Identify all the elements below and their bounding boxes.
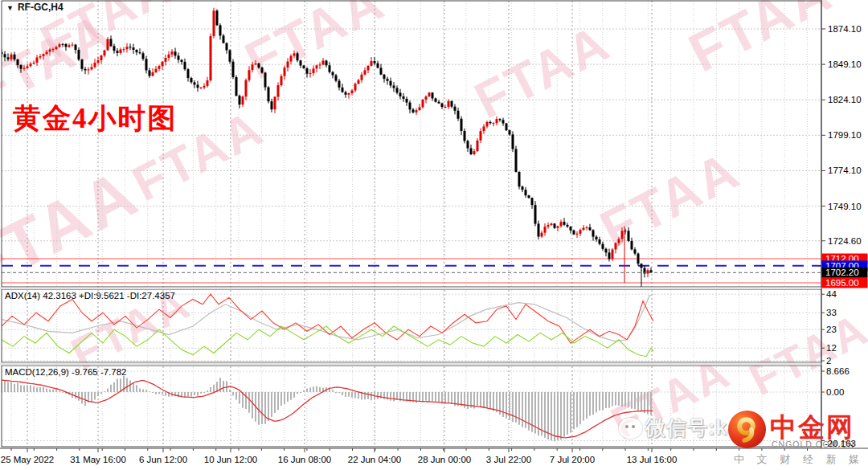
symbol-label: RF-GC,H4	[18, 2, 63, 13]
time-axis-label: 16 Jun 08:00	[278, 455, 332, 464]
svg-text:1849.10: 1849.10	[828, 59, 862, 69]
macd-min-axis-label: -20.163	[825, 439, 856, 448]
svg-text:44: 44	[826, 289, 837, 299]
svg-text:23: 23	[826, 325, 837, 334]
time-axis-label: 31 May 16:00	[70, 455, 126, 464]
chart-canvas[interactable]: 1874.101849.101824.101799.101774.101749.…	[0, 0, 868, 470]
wechat-id-text: 微信号:ka	[645, 415, 739, 441]
adx-header: ADX(14) 42.3163 +DI:9.5621 -DI:27.4357	[5, 291, 175, 300]
time-axis-label: 13 Jul 16:00	[627, 455, 678, 464]
svg-text:8.666: 8.666	[826, 366, 850, 376]
wechat-icon	[619, 418, 642, 439]
wechat-watermark: 微信号:ka	[619, 415, 739, 441]
price-tags: 1712.001707.001702.201695.00	[822, 254, 868, 288]
svg-text:12: 12	[826, 343, 837, 353]
time-axis-label: 10 Jun 12:00	[204, 455, 258, 464]
time-axis-label: 6 Jun 12:00	[139, 455, 187, 464]
time-axis-label: 28 Jun 00:00	[418, 455, 472, 464]
vertical-gridlines	[11, 1, 808, 447]
svg-text:1824.10: 1824.10	[828, 95, 862, 104]
time-axis-label: 3 Jul 22:00	[486, 455, 531, 464]
chart-title-overlay: 黄金4小时图	[13, 100, 178, 137]
time-axis: 25 May 202231 May 16:006 Jun 12:0010 Jun…	[1, 448, 808, 464]
symbol-selector[interactable]: ▼RF-GC,H4	[6, 2, 63, 13]
macd-histogram	[2, 376, 651, 441]
site-tagline: 中 文 财 经 新 媒 体	[734, 452, 868, 467]
time-axis-label: 7 Jul 20:00	[550, 455, 595, 464]
time-axis-label: 22 Jun 04:00	[348, 455, 402, 464]
svg-text:1749.10: 1749.10	[828, 202, 862, 211]
svg-text:0.00: 0.00	[826, 387, 844, 397]
svg-text:1702.20: 1702.20	[825, 268, 859, 277]
svg-text:1724.60: 1724.60	[828, 236, 862, 246]
svg-text:1695.00: 1695.00	[825, 278, 859, 288]
time-axis-label: 25 May 2022	[1, 455, 55, 464]
trading-chart-window: FTAAFTAAFTAAFTAAFTAAFTAAFTAAFTAAFTAAFTAA…	[0, 0, 868, 470]
macd-header: MACD(12,26,9) -9.765 -7.782	[5, 367, 127, 377]
price-axis: 1874.101849.101824.101799.101774.101749.…	[821, 24, 862, 440]
svg-text:33: 33	[826, 308, 837, 317]
svg-text:1874.10: 1874.10	[828, 24, 862, 34]
cngold-logo-icon	[727, 410, 767, 449]
dropdown-triangle-icon: ▼	[6, 4, 14, 12]
svg-text:1799.10: 1799.10	[828, 130, 862, 140]
svg-text:1774.10: 1774.10	[828, 166, 862, 175]
adx-lines	[2, 294, 653, 357]
svg-text:2: 2	[826, 356, 831, 366]
